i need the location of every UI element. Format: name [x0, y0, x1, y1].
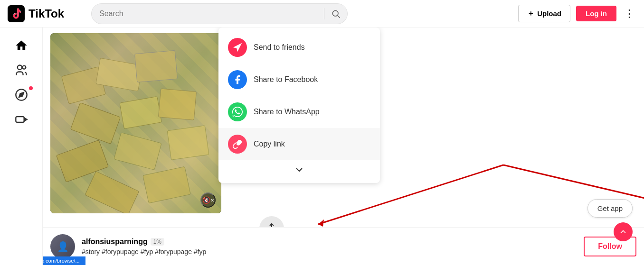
sidebar-item-following[interactable]: [4, 60, 38, 81]
user-row: 👤 alfonsiusparningg 1% #story #forypupag…: [43, 227, 644, 265]
search-input[interactable]: [92, 9, 324, 18]
user-info: alfonsiusparningg 1% #story #forypupage …: [82, 238, 577, 256]
username: alfonsiusparningg: [82, 238, 148, 246]
get-app-button[interactable]: Get app: [587, 199, 633, 218]
svg-line-1: [338, 15, 340, 18]
upload-button[interactable]: ＋ Upload: [518, 5, 570, 22]
share-facebook[interactable]: Share to Facebook: [218, 64, 380, 96]
username-row: alfonsiusparningg 1%: [82, 238, 577, 246]
share-whatsapp[interactable]: Share to WhatsApp: [218, 96, 380, 128]
header: TikTok ＋ Upload Log in ⋮: [0, 0, 644, 27]
tiktok-logo-icon: [8, 5, 25, 22]
copy-link-icon: [228, 135, 247, 154]
svg-rect-10: [135, 50, 178, 82]
share-friends-label: Send to friends: [254, 43, 305, 52]
notification-dot: [29, 86, 33, 90]
chevron-down-icon: [294, 164, 305, 175]
svg-point-2: [17, 65, 21, 70]
mute-icon: 🔇: [202, 196, 210, 204]
svg-marker-5: [19, 92, 24, 97]
svg-rect-17: [85, 171, 139, 213]
search-icon: [331, 9, 341, 18]
share-copy-link-label: Copy link: [254, 140, 285, 148]
user-badge: 1%: [151, 238, 164, 246]
send-friends-icon: [228, 38, 247, 57]
svg-marker-21: [318, 219, 324, 227]
upload-plus-icon: ＋: [527, 9, 534, 18]
whatsapp-logo-icon: [232, 107, 243, 117]
svg-rect-15: [114, 133, 161, 170]
expand-share-button[interactable]: [218, 160, 380, 179]
video-boxes-visual: [50, 33, 221, 213]
login-button[interactable]: Log in: [576, 6, 616, 21]
scroll-to-top-button[interactable]: [614, 222, 633, 241]
header-actions: ＋ Upload Log in ⋮: [518, 5, 636, 22]
mute-button[interactable]: 🔇 ✕: [200, 192, 216, 208]
facebook-logo-icon: [232, 74, 243, 85]
svg-line-22: [503, 165, 644, 203]
live-icon: [15, 113, 28, 126]
sidebar: [0, 27, 43, 265]
sidebar-item-home[interactable]: [4, 35, 38, 56]
whatsapp-icon: [228, 102, 247, 121]
share-facebook-label: Share to Facebook: [254, 75, 318, 84]
logo-text: TikTok: [28, 7, 64, 20]
facebook-icon: [228, 70, 247, 89]
search-button[interactable]: [324, 3, 347, 24]
svg-rect-6: [16, 117, 24, 122]
svg-rect-11: [70, 102, 120, 144]
video-card: 🔇 ✕: [50, 33, 221, 213]
avatar: 👤: [50, 234, 75, 259]
share-copy-link[interactable]: Copy link: [218, 128, 380, 160]
video-thumbnail: [50, 33, 221, 213]
mute-x: ✕: [210, 198, 214, 203]
sidebar-item-explore[interactable]: [4, 84, 38, 105]
sidebar-item-live[interactable]: [4, 109, 38, 130]
logo-area: TikTok: [8, 5, 84, 22]
home-icon: [15, 39, 28, 52]
search-container[interactable]: [91, 3, 348, 24]
arrow-up-icon: [618, 227, 628, 237]
send-icon: [232, 42, 243, 53]
content-area: 🔇 ✕ Send to friends Share: [50, 27, 636, 213]
explore-icon: [15, 88, 28, 101]
svg-rect-13: [159, 89, 197, 120]
upload-label: Upload: [537, 9, 561, 18]
friends-icon: [15, 64, 28, 77]
avatar-inner: 👤: [50, 234, 75, 259]
share-dropdown: Send to friends Share to Facebook Sha: [218, 27, 380, 183]
svg-marker-7: [24, 118, 27, 121]
share-whatsapp-label: Share to WhatsApp: [254, 108, 320, 116]
svg-rect-16: [167, 126, 209, 160]
more-options-button[interactable]: ⋮: [622, 6, 636, 22]
svg-point-3: [22, 66, 26, 69]
share-send-friends[interactable]: Send to friends: [218, 31, 380, 64]
svg-rect-12: [120, 96, 161, 128]
svg-rect-18: [143, 166, 191, 203]
link-icon: [232, 139, 243, 149]
hashtags: #story #forypupage #fyp #forypupage #fyp: [82, 248, 577, 256]
